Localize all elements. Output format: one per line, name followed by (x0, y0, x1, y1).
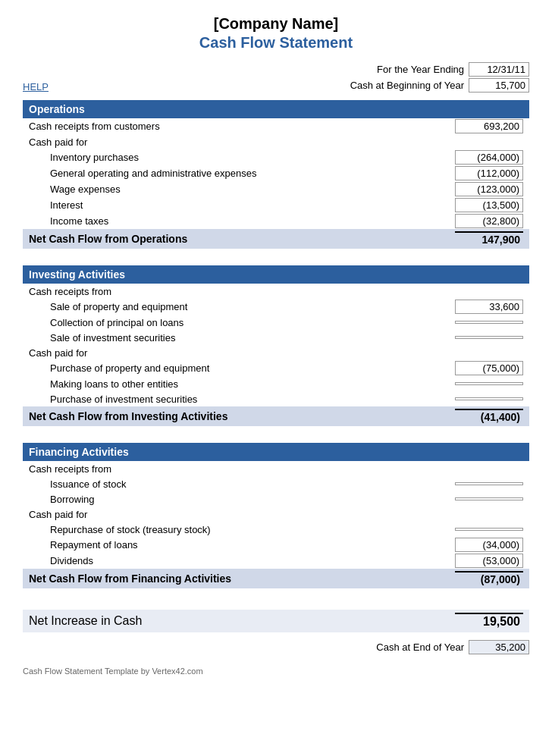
year-ending-row: For the Year Ending 12/31/11 (377, 62, 529, 77)
table-row: Dividends(53,000) (23, 553, 529, 569)
help-link[interactable]: HELP (23, 81, 49, 93)
operations-net-value: 147,900 (455, 231, 523, 246)
watermark: Cash Flow Statement Template by Vertex42… (23, 667, 529, 676)
cash-beginning-row: Cash at Beginning of Year 15,700 (350, 78, 529, 93)
year-ending-label: For the Year Ending (377, 64, 464, 75)
table-row: Making loans to other entities (23, 376, 529, 391)
row-label: Cash receipts from (29, 286, 523, 297)
row-label: Issuance of stock (50, 478, 455, 490)
row-label: Sale of property and equipment (50, 301, 455, 312)
row-value[interactable]: (112,000) (455, 166, 523, 180)
table-row: Cash paid for (23, 507, 529, 522)
row-label: Cash paid for (29, 347, 523, 359)
table-row: Collection of principal on loans (23, 315, 529, 330)
table-row: Borrowing (23, 491, 529, 507)
investing-net-value: (41,400) (455, 409, 523, 424)
header-section: HELP For the Year Ending 12/31/11 Cash a… (23, 62, 529, 93)
row-label: Income taxes (50, 215, 455, 227)
footer-row: Cash at End of Year 35,200 (23, 640, 529, 654)
row-value[interactable]: 33,600 (455, 300, 523, 314)
table-row: Repayment of loans(34,000) (23, 537, 529, 553)
row-value[interactable]: 693,200 (455, 119, 523, 133)
table-row: Cash receipts from (23, 284, 529, 299)
row-value[interactable]: (53,000) (455, 554, 523, 568)
row-label: Sale of investment securities (50, 332, 455, 343)
row-label: General operating and administrative exp… (50, 168, 455, 179)
row-value[interactable]: (264,000) (455, 150, 523, 165)
row-label: Dividends (50, 555, 455, 566)
table-row: Cash paid for (23, 134, 529, 149)
financing-net-row: Net Cash Flow from Financing Activities … (23, 569, 529, 588)
table-row: Sale of investment securities (23, 330, 529, 345)
investing-rows: Cash receipts fromSale of property and e… (23, 284, 529, 406)
investing-net-row: Net Cash Flow from Investing Activities … (23, 406, 529, 426)
year-ending-value[interactable]: 12/31/11 (469, 62, 529, 77)
table-row: General operating and administrative exp… (23, 165, 529, 181)
operations-net-label: Net Cash Flow from Operations (29, 233, 455, 245)
row-value[interactable]: (13,500) (455, 198, 523, 212)
table-row: Cash receipts from (23, 461, 529, 476)
cash-end-value[interactable]: 35,200 (469, 640, 529, 654)
net-increase-value: 19,500 (455, 613, 523, 629)
row-label: Cash receipts from customers (29, 121, 455, 132)
table-row: Sale of property and equipment33,600 (23, 299, 529, 315)
row-label: Making loans to other entities (50, 378, 455, 390)
header-right: For the Year Ending 12/31/11 Cash at Beg… (350, 62, 529, 93)
table-row: Interest(13,500) (23, 197, 529, 213)
statement-title: Cash Flow Statement (23, 34, 529, 52)
row-label: Wage expenses (50, 184, 455, 195)
table-row: Wage expenses(123,000) (23, 181, 529, 197)
operations-rows: Cash receipts from customers693,200Cash … (23, 118, 529, 229)
table-row: Income taxes(32,800) (23, 213, 529, 229)
row-value[interactable]: (32,800) (455, 214, 523, 228)
financing-net-label: Net Cash Flow from Financing Activities (29, 572, 455, 585)
row-label: Cash paid for (29, 509, 523, 520)
financing-net-value: (87,000) (455, 571, 523, 586)
financing-rows: Cash receipts fromIssuance of stockBorro… (23, 461, 529, 569)
operations-header: Operations (23, 100, 529, 118)
row-value[interactable] (455, 321, 523, 324)
table-row: Repurchase of stock (treasury stock) (23, 522, 529, 537)
row-label: Purchase of investment securities (50, 394, 455, 405)
row-value[interactable]: (75,000) (455, 361, 523, 375)
financing-section: Financing Activities Cash receipts fromI… (23, 443, 529, 588)
row-value[interactable]: (123,000) (455, 182, 523, 196)
financing-header: Financing Activities (23, 443, 529, 461)
row-label: Cash receipts from (29, 463, 523, 475)
table-row: Purchase of property and equipment(75,00… (23, 360, 529, 376)
company-name: [Company Name] (23, 15, 529, 33)
row-value[interactable] (455, 482, 523, 485)
row-label: Cash paid for (29, 136, 523, 148)
row-label: Repurchase of stock (treasury stock) (50, 524, 455, 535)
net-increase-label: Net Increase in Cash (29, 614, 455, 628)
row-value[interactable] (455, 336, 523, 339)
cash-beginning-label: Cash at Beginning of Year (350, 80, 464, 91)
row-label: Repayment of loans (50, 539, 455, 551)
table-row: Inventory purchases(264,000) (23, 149, 529, 165)
cash-beginning-value[interactable]: 15,700 (469, 78, 529, 93)
row-label: Interest (50, 199, 455, 211)
investing-net-label: Net Cash Flow from Investing Activities (29, 410, 455, 422)
row-label: Borrowing (50, 494, 455, 505)
row-label: Purchase of property and equipment (50, 362, 455, 374)
row-value[interactable] (455, 397, 523, 400)
table-row: Cash receipts from customers693,200 (23, 118, 529, 134)
operations-net-row: Net Cash Flow from Operations 147,900 (23, 229, 529, 249)
row-value[interactable]: (34,000) (455, 538, 523, 552)
row-value[interactable] (455, 382, 523, 385)
row-value[interactable] (455, 497, 523, 500)
row-value[interactable] (455, 528, 523, 531)
row-label: Collection of principal on loans (50, 317, 455, 328)
row-label: Inventory purchases (50, 152, 455, 163)
table-row: Issuance of stock (23, 476, 529, 491)
net-increase-row: Net Increase in Cash 19,500 (23, 610, 529, 632)
investing-header: Investing Activities (23, 265, 529, 284)
operations-section: Operations Cash receipts from customers6… (23, 100, 529, 249)
table-row: Cash paid for (23, 345, 529, 360)
table-row: Purchase of investment securities (23, 391, 529, 406)
cash-end-label: Cash at End of Year (376, 642, 464, 653)
net-increase-block: Net Increase in Cash 19,500 (23, 610, 529, 632)
investing-section: Investing Activities Cash receipts fromS… (23, 265, 529, 426)
